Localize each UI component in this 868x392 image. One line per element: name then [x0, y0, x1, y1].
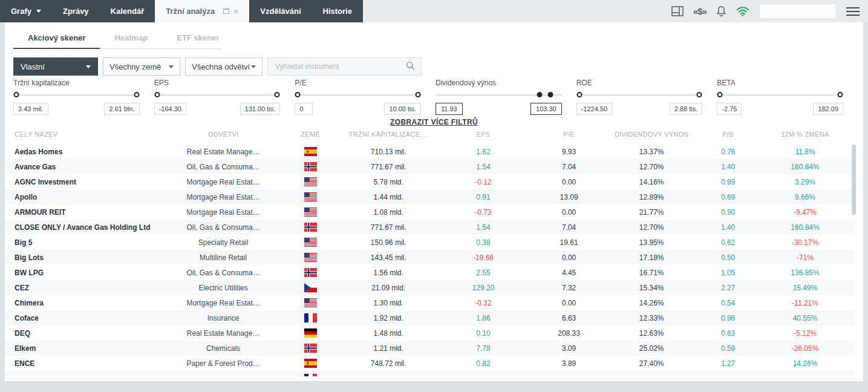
notifications-bell-icon[interactable] [716, 5, 726, 17]
slider-max-value[interactable]: 182.09 [813, 103, 843, 115]
table-row[interactable]: Big LotsMultiline Retail143.45 mil.-19.6… [5, 250, 855, 265]
cell-eps: 0.38 [431, 235, 535, 250]
cell-market-cap [345, 371, 431, 376]
nav-tab-kalendar[interactable]: Kalendář [100, 0, 155, 22]
more-filters-row: ZOBRAZIT VÍCE FILTRŮ [5, 116, 863, 127]
slider-handle-high[interactable] [838, 92, 843, 97]
close-icon[interactable]: × [233, 8, 238, 15]
slider-max-value[interactable]: 2.61 bln. [104, 103, 139, 115]
column-header[interactable]: ODVĚTVÍ [171, 127, 275, 144]
table-row[interactable]: CEZElectric Utilities21.09 mld.129.207.3… [5, 280, 855, 295]
column-header[interactable]: P/B [700, 127, 755, 144]
slider-min-value[interactable]: 3.43 mil. [13, 103, 48, 115]
instrument-search-input[interactable] [274, 62, 406, 71]
table-row[interactable]: CofaceInsurance1.92 mld.1.866.6312.33%0.… [5, 310, 855, 325]
slider-track[interactable] [298, 92, 418, 98]
vertical-scrollbar-thumb[interactable] [852, 145, 856, 215]
table-row[interactable]: ENCEPaper & Forest Prod…748.72 mil.0.823… [5, 356, 855, 371]
cell-12m-change: -71% [755, 250, 855, 265]
column-header[interactable]: ZEMĚ [275, 127, 345, 144]
preset-dropdown[interactable]: Vlastní [13, 57, 98, 76]
table-row[interactable]: Big 5Specialty Retail150.96 mil.0.3819.6… [5, 235, 855, 250]
column-header[interactable]: DIVIDENDOVÝ VÝNOS [602, 127, 700, 144]
slider-handle-low[interactable] [576, 92, 582, 97]
slider-handle-low[interactable] [295, 92, 301, 97]
cell-sector: Oil, Gas & Consuma… [171, 220, 275, 235]
slider-handle-high[interactable] [547, 92, 553, 97]
search-icon[interactable] [406, 61, 415, 73]
slider-handle-low[interactable] [14, 92, 19, 97]
nav-tab-grafy[interactable]: Grafy [0, 0, 52, 22]
cell-div-yield: 13.37% [602, 144, 700, 159]
slider-handle-high[interactable] [416, 92, 421, 97]
slider-max-value[interactable]: 10.00 tis. [384, 103, 421, 115]
navbar-right-tools: «$» [671, 0, 868, 22]
slider-max-value[interactable]: 2.88 tis. [670, 103, 703, 115]
cell-market-cap: 150.96 mil. [345, 235, 431, 250]
preset-dropdown-value: Vlastní [21, 62, 45, 71]
cell-eps: 1.54 [431, 159, 535, 174]
slider-min-value[interactable]: 0 [295, 103, 313, 115]
cell-pe: 13.09 [535, 189, 602, 204]
table-row[interactable]: DEQReal Estate Manage…1.48 mld.0.10208.3… [5, 325, 855, 341]
tab-heatmap[interactable]: Heatmap [100, 27, 162, 49]
nav-tab-trzni-analyza[interactable]: Tržní analýza × [155, 0, 249, 22]
slider-min-value[interactable]: -164.30 [154, 103, 186, 115]
slider-max-value[interactable]: 103.30 [530, 103, 562, 115]
slider-track[interactable] [579, 92, 700, 98]
slider-min-value[interactable]: -1224.50 [576, 103, 612, 115]
nav-tab-zpravy[interactable]: Zprávy [52, 0, 100, 22]
column-header[interactable]: P/E [535, 127, 602, 144]
slider-handle-low[interactable] [717, 92, 723, 97]
table-row[interactable]: ElkemChemicals1.21 mld.7.783.0925.02%0.5… [5, 341, 855, 356]
cell-name: Elkem [5, 341, 171, 356]
table-row[interactable]: ApolloMortgage Real Estat…1.44 mld.0.911… [5, 189, 855, 204]
hamburger-menu-icon[interactable] [846, 7, 860, 16]
cell-market-cap: 1.56 mld. [345, 265, 431, 280]
cell-sector: Paper & Forest Prod… [171, 356, 275, 371]
de-flag-icon [275, 325, 345, 341]
fr-flag-icon [275, 371, 345, 376]
table-row[interactable]: ARMOUR REITMortgage Real Estat…1.08 mld.… [5, 204, 855, 220]
sector-dropdown[interactable]: Všechna odvětví [185, 57, 263, 76]
cell-eps: -0.32 [431, 295, 535, 310]
nav-tab-vzdelavani[interactable]: Vzdělávání [249, 0, 312, 22]
slider-handle-high[interactable] [697, 92, 702, 97]
nav-search-input[interactable] [759, 4, 837, 19]
column-header[interactable]: EPS [431, 127, 535, 144]
slider-handle-low[interactable] [537, 92, 542, 97]
slider-max-value[interactable]: 131.00 tis. [240, 103, 281, 115]
tab-etf-skener[interactable]: ETF skener [162, 27, 233, 49]
workspace-layout-icon[interactable] [671, 6, 684, 16]
column-header[interactable]: TRŽNÍ KAPITALIZACE ... [345, 127, 431, 144]
cell-pb: 1.05 [700, 265, 755, 280]
table-row[interactable] [5, 371, 855, 376]
slider-min-value[interactable]: 11.93 [436, 103, 463, 115]
quotes-dollar-icon[interactable]: «$» [693, 6, 706, 16]
cell-pb: 1.40 [700, 220, 755, 235]
table-row[interactable]: CLOSE ONLY / Avance Gas Holding LtdOil, … [5, 220, 855, 235]
column-header[interactable]: 12M % ZMĚNA [755, 127, 855, 144]
maximize-icon[interactable] [223, 8, 229, 14]
slider-track[interactable] [439, 92, 559, 98]
cell-div-yield: 14.26% [602, 295, 700, 310]
column-header[interactable]: CELÝ NÁZEV [5, 127, 171, 144]
slider-handle-high[interactable] [134, 92, 139, 97]
table-row[interactable]: AGNC InvestmentMortgage Real Estat…5.78 … [5, 174, 855, 189]
slider-handle-high[interactable] [275, 92, 280, 97]
nav-tab-historie[interactable]: Historie [312, 0, 363, 22]
slider-min-value[interactable]: -2.75 [717, 103, 742, 115]
slider-handle-low[interactable] [154, 92, 160, 97]
show-more-filters-link[interactable]: ZOBRAZIT VÍCE FILTRŮ [390, 118, 478, 126]
country-dropdown[interactable]: Všechny země [103, 57, 180, 76]
slider-track[interactable] [720, 92, 840, 98]
table-row[interactable]: BW LPGOil, Gas & Consuma…1.56 mld.2.554.… [5, 265, 855, 280]
table-row[interactable]: ChimeraMortgage Real Estat…1.30 mld.-0.3… [5, 295, 855, 310]
tab-akciovy-skener[interactable]: Akciový skener [13, 27, 100, 49]
table-row[interactable]: Avance GasOil, Gas & Consuma…771.67 mil.… [5, 159, 855, 174]
filter-slider-1: EPS-164.30131.00 tis. [154, 79, 281, 115]
cz-flag-icon [275, 280, 345, 295]
table-row[interactable]: Aedas HomesReal Estate Manage…710.13 mil… [5, 144, 855, 159]
slider-track[interactable] [157, 92, 278, 98]
slider-track[interactable] [16, 92, 137, 98]
